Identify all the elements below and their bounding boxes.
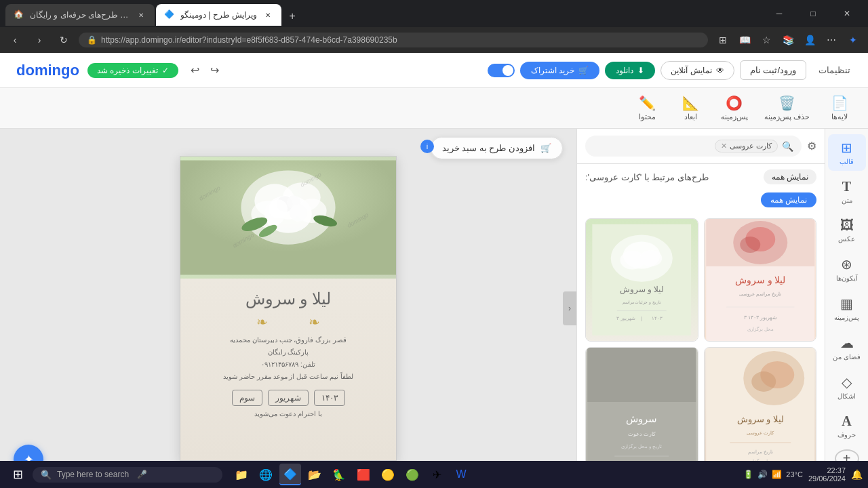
taskbar-icon-edge[interactable]: 🌐 (255, 464, 277, 485)
tool-background[interactable]: ⭕ پس‌زمینه (714, 91, 755, 125)
copilot-button[interactable]: ✦ (844, 30, 863, 49)
svg-text:تاریخ و جزئیات مراسم: تاریخ و جزئیات مراسم (623, 300, 661, 305)
svg-text:کارت دعوت: کارت دعوت (628, 431, 656, 437)
svg-rect-41 (587, 348, 696, 402)
undo-button[interactable]: ↩ (186, 61, 203, 79)
cloud-icon: ☁ (840, 335, 854, 351)
settings-button[interactable]: تنظیمات (812, 61, 857, 79)
address-bar[interactable]: 🔒 https://app.domingo.ir/editor?industry… (79, 33, 708, 47)
date-year[interactable]: ۱۴۰۳ (314, 390, 345, 406)
favorites-button[interactable]: ☆ (757, 30, 776, 49)
tab-1[interactable]: 🏠 قالب‌ها و طرح‌های حرفه‌ای و رایگان ✕ (5, 4, 155, 26)
content-icon: ✏️ (639, 95, 656, 111)
active-filter-button[interactable]: نمایش همه (761, 192, 816, 207)
back-button[interactable]: ‹ (5, 30, 24, 49)
tab-2-close[interactable]: ✕ (262, 9, 273, 20)
fonts-icon: A (842, 413, 851, 429)
date-day[interactable]: سوم (232, 390, 262, 406)
search-filter-button[interactable]: ⚙ (807, 140, 816, 152)
maximize-button[interactable]: □ (797, 3, 829, 24)
temperature-display: 23°C (786, 470, 803, 479)
design-card[interactable]: domingo domingo domingo domingo لیلا و س… (180, 156, 397, 461)
tab-1-close[interactable]: ✕ (136, 9, 146, 20)
template-card-4[interactable]: لیلا و سروش کارت عروسی تاریخ مراسم محل ب… (704, 347, 817, 470)
taskbar-icon-parrot[interactable]: 🦜 (328, 464, 350, 485)
show-online-button[interactable]: 👁 نمایش آنلاین (660, 61, 734, 80)
tool-content[interactable]: ✏️ محتوا (627, 91, 668, 125)
close-button[interactable]: ✕ (831, 3, 863, 24)
minimize-button[interactable]: ─ (764, 3, 795, 24)
app-header: domingo ✓ تغییرات ذخیره شد ↩ ↪ تنظیمات و… (0, 53, 868, 88)
panel-expand-handle[interactable]: › (563, 291, 576, 325)
theme-toggle[interactable] (488, 64, 515, 77)
text-icon: T (842, 179, 851, 195)
taskbar-icon-green[interactable]: 🟢 (401, 464, 423, 485)
svg-point-49 (751, 371, 776, 392)
download-button[interactable]: ⬇ دانلود (605, 62, 655, 79)
tool-layers[interactable]: 📄 لایه‌ها (819, 91, 860, 125)
network-icon: 📶 (772, 470, 782, 479)
taskbar-icon-red[interactable]: 🟥 (353, 464, 374, 485)
panel-content: ⚙ 🔍 کارت عروسی ✕ نمایش همه طرح‌های مرتبط… (577, 129, 825, 488)
template-card-1[interactable]: لیلا و سروش تاریخ و جزئیات مراسم ۳ شهریو… (585, 218, 698, 342)
tool-dimensions[interactable]: 📐 ابعاد (671, 91, 711, 125)
forward-button[interactable]: › (30, 30, 49, 49)
search-tag-remove[interactable]: ✕ (721, 142, 727, 150)
refresh-button[interactable]: ↻ (54, 30, 73, 49)
tab-2[interactable]: 🔷 ویرایش طرح | دومینگو ✕ (156, 4, 281, 26)
bg-icon: ▦ (840, 296, 853, 312)
side-icon-template[interactable]: ⊞ قالب (828, 134, 866, 171)
toggle-track[interactable] (488, 64, 515, 77)
templates-grid: لیلا و سروش تاریخ و جزئیات مراسم ۳ شهریو… (577, 213, 825, 476)
side-icon-background[interactable]: ▦ پس‌زمینه (828, 290, 866, 327)
side-icon-photo[interactable]: 🖼 عکس (828, 212, 866, 248)
template-card-2[interactable]: لیلا و سروش تاریخ مراسم عروسی ۳ شهریور ۱… (704, 218, 817, 342)
login-button[interactable]: ورود/ثبت نام (740, 60, 806, 80)
notification-icon[interactable]: 🔔 (851, 469, 863, 480)
side-icon-myspace[interactable]: ☁ فضای من (828, 329, 866, 366)
toggle-knob (502, 65, 513, 76)
taskbar-icon-circle[interactable]: 🟡 (377, 464, 399, 485)
svg-text:لیلا و سروش: لیلا و سروش (737, 414, 784, 425)
card-title[interactable]: لیلا و سروش (245, 289, 331, 308)
show-all-button[interactable]: نمایش همه (764, 169, 816, 184)
svg-point-23 (640, 250, 663, 266)
date-month[interactable]: شهریور (268, 390, 309, 406)
apps-button[interactable]: ⊞ (713, 30, 732, 49)
undo-redo-group: ↩ ↪ (186, 61, 223, 79)
new-tab-button[interactable]: + (283, 7, 302, 26)
template-card-3[interactable]: سروش کارت دعوت تاریخ و محل برگزاری 🛒 (585, 347, 698, 470)
taskbar-search[interactable]: 🔍 Type here to search 🎤 (33, 467, 222, 483)
main-area: 🛒 افزودن طرح به سبد خرید i (0, 129, 868, 488)
shapes-icon: ◇ (842, 374, 852, 390)
windows-icon: ⊞ (13, 467, 23, 482)
template-1-cart[interactable]: 🛒 (675, 318, 694, 337)
background-icon: ⭕ (726, 95, 743, 111)
taskbar-app-icons: 📁 🌐 🔷 📂 🦜 🟥 🟡 🟢 ✈ W (231, 464, 472, 485)
redo-button[interactable]: ↪ (206, 61, 223, 79)
taskbar-icon-files[interactable]: 📂 (304, 464, 326, 485)
layers-icon: 📄 (831, 95, 848, 111)
tool-remove-bg[interactable]: 🗑️ حذف پس‌زمینه (757, 91, 816, 125)
search-input[interactable] (593, 141, 711, 151)
taskbar-icon-domingo[interactable]: 🔷 (279, 464, 301, 485)
svg-text:کارت عروسی: کارت عروسی (747, 430, 774, 436)
card-details[interactable]: قصر بزرگ فاروق، جنب دبیرستان محمدیه پارک… (223, 334, 353, 383)
side-icon-fonts[interactable]: A حروف (828, 408, 866, 444)
card-footer: با احترام دعوت می‌شوید (254, 410, 321, 418)
reader-button[interactable]: 📖 (735, 30, 754, 49)
buy-button[interactable]: 🛒 خرید اشتراک (520, 62, 599, 79)
template-2-cart[interactable]: 🛒 (793, 318, 812, 337)
profile-button[interactable]: 👤 (800, 30, 819, 49)
more-button[interactable]: ⋯ (822, 30, 841, 49)
side-icon-icons[interactable]: ⊛ آیکون‌ها (828, 251, 866, 287)
start-button[interactable]: ⊞ (5, 462, 30, 487)
tab-2-title: ویرایش طرح | دومینگو (180, 10, 257, 20)
eye-icon: 👁 (716, 66, 724, 75)
side-icon-shapes[interactable]: ◇ اشکال (828, 369, 866, 405)
taskbar-icon-telegram[interactable]: ✈ (426, 464, 448, 485)
collections-button[interactable]: 📚 (778, 30, 797, 49)
side-icon-text[interactable]: T متن (828, 174, 866, 209)
taskbar-icon-explorer[interactable]: 📁 (231, 464, 252, 485)
taskbar-icon-word[interactable]: W (450, 464, 472, 485)
